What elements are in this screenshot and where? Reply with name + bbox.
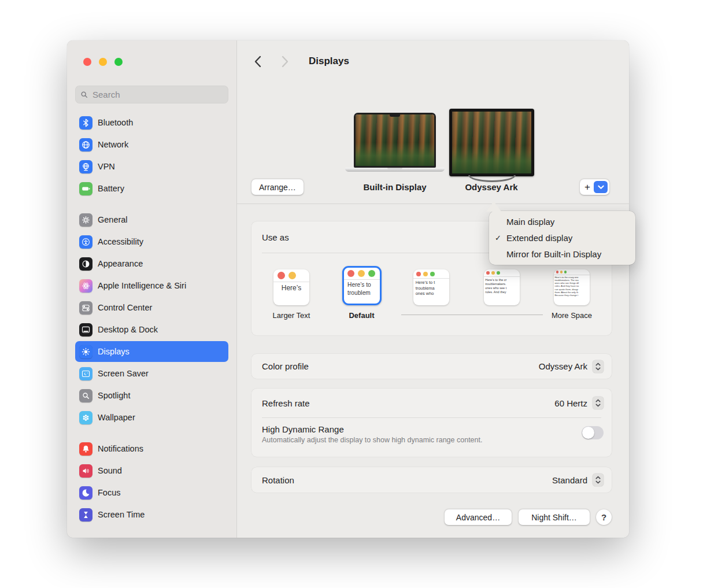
window-controls (83, 58, 123, 66)
plus-icon[interactable]: + (580, 182, 594, 193)
sidebar-item-bluetooth[interactable]: Bluetooth (75, 112, 228, 133)
menu-item-label: Main display (506, 217, 554, 227)
scale-option-label: Default (349, 311, 374, 320)
sidebar-item-sound[interactable]: Sound (75, 460, 228, 481)
sidebar-item-label: Displays (98, 347, 130, 356)
add-display-button[interactable]: + (580, 179, 609, 195)
desktop-dock-icon (79, 323, 92, 336)
sidebar-item-label: VPN (98, 162, 115, 171)
gear-icon (79, 213, 92, 227)
refresh-hdr-card: Refresh rate 60 Hertz High Dynamic Range… (251, 389, 612, 457)
hourglass-icon (79, 508, 92, 522)
search-input[interactable] (91, 89, 223, 100)
zoom-button[interactable] (114, 58, 123, 66)
sidebar-item-label: Sound (98, 466, 122, 475)
rotation-stepper[interactable] (593, 474, 604, 486)
refresh-rate-value[interactable]: 60 Hertz (554, 398, 587, 408)
sidebar-item-battery[interactable]: Battery (75, 178, 228, 199)
moon-icon (79, 486, 92, 500)
sidebar-item-general[interactable]: General (75, 209, 228, 230)
sidebar-item-label: Wallpaper (98, 413, 135, 422)
battery-icon (79, 182, 92, 195)
menu-item-mirror-for-built-in-display[interactable]: Mirror for Built-in Display (489, 246, 635, 262)
sidebar-item-network[interactable]: Network (75, 134, 228, 155)
use-as-label: Use as (262, 232, 289, 242)
scale-option-default[interactable]: Here’s totroublem (342, 266, 382, 305)
sidebar-item-label: Apple Intelligence & Siri (98, 281, 186, 290)
sidebar-item-label: Desktop & Dock (98, 325, 158, 334)
sidebar-item-control-center[interactable]: Control Center (75, 297, 228, 318)
rotation-value[interactable]: Standard (552, 475, 587, 485)
scale-option-larger-text[interactable]: Here’s (273, 269, 309, 305)
refresh-rate-stepper[interactable] (593, 397, 604, 409)
search-icon (80, 91, 88, 98)
checkmark-icon: ✓ (495, 234, 506, 242)
sidebar-item-label: Appearance (98, 259, 143, 268)
scale-track (401, 315, 543, 315)
color-profile-stepper[interactable] (593, 360, 604, 373)
sidebar-item-screen-saver[interactable]: Screen Saver (75, 363, 228, 384)
scale-option-label: Larger Text (273, 311, 310, 320)
add-display-dropdown[interactable] (594, 181, 608, 193)
sidebar-item-label: Screen Time (98, 510, 145, 519)
rotation-card: Rotation Standard (251, 467, 612, 493)
menu-item-extended-display[interactable]: ✓Extended display (489, 230, 635, 246)
display-mode-menu: Main display✓Extended displayMirror for … (489, 211, 635, 265)
refresh-rate-label: Refresh rate (262, 398, 310, 408)
sidebar-item-displays[interactable]: Displays (75, 341, 228, 362)
hdr-label: High Dynamic Range (262, 424, 482, 434)
sidebar-item-label: General (98, 215, 128, 224)
scale-option-step-4[interactable]: Here’s to the crtroublemakers.ones who s… (484, 269, 520, 305)
appearance-icon (79, 257, 92, 271)
help-button[interactable]: ? (596, 509, 612, 525)
sidebar-item-label: Screen Saver (98, 369, 149, 378)
vpn-icon (79, 160, 92, 173)
globe-icon (79, 138, 92, 151)
speaker-icon (79, 464, 92, 478)
sidebar-item-label: Control Center (98, 303, 152, 312)
sun-icon (79, 345, 92, 358)
sidebar-item-label: Notifications (98, 444, 143, 453)
sidebar-item-spotlight[interactable]: Spotlight (75, 385, 228, 406)
sidebar-item-desktop-dock[interactable]: Desktop & Dock (75, 319, 228, 340)
search-field[interactable] (75, 86, 228, 103)
scale-option-more-space[interactable]: Here’s to the crazy onetroublemakers. Th… (554, 269, 590, 305)
strip-divider (237, 204, 629, 204)
hdr-toggle[interactable] (582, 426, 604, 439)
sidebar-item-accessibility[interactable]: Accessibility (75, 231, 228, 252)
window-dots (413, 269, 449, 279)
scale-option-step-3[interactable]: Here’s to ttroublemaones who (413, 269, 449, 305)
night-shift-button[interactable]: Night Shift… (519, 509, 590, 525)
color-profile-value[interactable]: Odyssey Ark (539, 361, 587, 371)
sidebar-item-focus[interactable]: Focus (75, 482, 228, 503)
sidebar-item-screen-time[interactable]: Screen Time (75, 504, 228, 525)
sidebar-item-apple-intelligence-siri[interactable]: Apple Intelligence & Siri (75, 275, 228, 296)
sidebar-item-wallpaper[interactable]: Wallpaper (75, 407, 228, 428)
bell-icon (79, 442, 92, 456)
arrange-button[interactable]: Arrange… (251, 179, 304, 195)
display-name-odyssey-ark: Odyssey Ark (465, 182, 517, 192)
sidebar-item-label: Bluetooth (98, 118, 133, 127)
advanced-button[interactable]: Advanced… (445, 509, 512, 525)
accessibility-icon (79, 235, 92, 249)
menu-item-main-display[interactable]: Main display (489, 213, 635, 230)
sidebar-item-vpn[interactable]: VPN (75, 156, 228, 177)
hdr-description: Automatically adjust the display to show… (262, 436, 482, 444)
sidebar-item-label: Battery (98, 184, 124, 193)
bluetooth-icon (79, 116, 92, 130)
system-settings-window: BluetoothNetworkVPNBatteryGeneralAccessi… (67, 40, 629, 538)
monitor-stand (468, 175, 516, 182)
sidebar-item-label: Accessibility (98, 237, 143, 246)
sidebar-list: BluetoothNetworkVPNBatteryGeneralAccessi… (75, 112, 228, 535)
forward-button[interactable] (279, 53, 291, 69)
sidebar-item-label: Spotlight (98, 391, 130, 400)
sidebar-item-appearance[interactable]: Appearance (75, 253, 228, 274)
display-thumbnail-built-in[interactable] (354, 113, 436, 172)
close-button[interactable] (83, 58, 91, 66)
display-thumbnail-odyssey-ark[interactable] (449, 109, 534, 182)
navigation: Displays (251, 53, 349, 69)
minimize-button[interactable] (99, 58, 107, 66)
back-button[interactable] (251, 53, 264, 69)
sidebar-item-notifications[interactable]: Notifications (75, 438, 228, 459)
menu-item-label: Mirror for Built-in Display (506, 249, 601, 259)
